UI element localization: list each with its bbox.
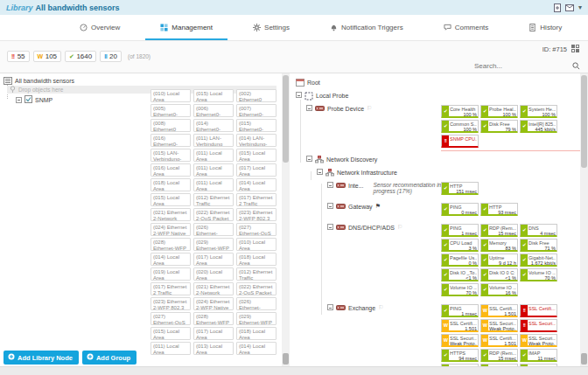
grid-item[interactable]: (021) Ethernet 2-Network bbox=[150, 208, 191, 221]
sensor-disk-io-0-c[interactable]: ✔Disk IO 0 C:<1 % bbox=[480, 268, 518, 281]
email-icon[interactable] bbox=[565, 4, 574, 11]
sensor-ssl-securi[interactable]: WSSL Securi...Weak Proto... bbox=[480, 319, 518, 332]
node-label[interactable]: Gateway bbox=[348, 203, 373, 211]
grid-item[interactable]: (027) Ethernet-QoS Packet bbox=[236, 223, 276, 236]
sensor-https[interactable]: ✔HTTPS94 msec bbox=[441, 349, 479, 362]
grid-item[interactable]: (022) Ethernet 2-QoS Packet bbox=[236, 282, 276, 295]
sensor-snmp-cpu[interactable]: !!SNMP CPU... bbox=[441, 135, 479, 148]
grid-item[interactable]: (024) Ethernet 2-WFP Native bbox=[193, 297, 234, 310]
grid-item[interactable]: (018) Local Area bbox=[236, 327, 276, 340]
add-library-node-button[interactable]: Add Library Node bbox=[4, 351, 79, 365]
node-label[interactable]: Inte... bbox=[348, 182, 364, 190]
grid-item[interactable]: (020) Local Area bbox=[193, 267, 234, 281]
grid-item[interactable]: (012) Ethernet Traffic bbox=[236, 267, 276, 281]
scrollbar-thumb[interactable] bbox=[581, 353, 587, 365]
grid-item[interactable]: (002) Ethernet0 Traffic bbox=[236, 89, 276, 102]
grid-item[interactable]: (008) Ethernet0 Traffic bbox=[150, 119, 191, 132]
qr-code-icon[interactable] bbox=[571, 45, 579, 54]
grid-item[interactable]: (019) Local Area bbox=[150, 267, 191, 281]
grid-item[interactable]: (024) Ethernet 2-WFP Native bbox=[150, 223, 191, 236]
grid-item[interactable]: (017) Ethernet 2 Traffic bbox=[236, 193, 276, 206]
caret-down-icon[interactable]: ▾ bbox=[578, 3, 582, 11]
grid-item[interactable]: (014) Local Area bbox=[150, 253, 191, 266]
sensor-disk-free[interactable]: ✔Disk Free79 % bbox=[480, 120, 518, 133]
grid-item[interactable]: (029) Ethernet-WFP Native bbox=[193, 238, 234, 251]
grid-item[interactable]: (014) Local Area bbox=[236, 342, 276, 355]
tab-history[interactable]: History bbox=[508, 15, 582, 40]
grid-item[interactable]: (023) Ethernet 2-WFP 802.3 bbox=[150, 297, 191, 310]
sensor-disk-free[interactable]: ✔Disk Free71 % bbox=[520, 239, 557, 252]
node-label[interactable]: Root bbox=[307, 79, 320, 87]
sensor-ssl-certifi[interactable]: WSSL Certifi...1,501 bbox=[441, 319, 479, 332]
grid-item[interactable]: (017) Local Area bbox=[193, 327, 234, 340]
sensor-rdp-rem[interactable]: ✔RDP (Rem...15 msec bbox=[480, 224, 518, 237]
flag-icon[interactable]: ⚑ bbox=[375, 203, 381, 210]
collapse-toggle[interactable] bbox=[317, 169, 323, 175]
collapse-toggle[interactable] bbox=[327, 203, 333, 209]
library-root-node[interactable]: All bandwidth sensors bbox=[4, 77, 278, 85]
flag-icon[interactable]: ⚐ bbox=[367, 105, 372, 112]
sensor-ping[interactable]: ✔PING1 msec bbox=[441, 224, 479, 237]
collapse-toggle[interactable] bbox=[327, 304, 333, 310]
sensor-volume-io[interactable]: ✔Volume IO ...70 % bbox=[520, 268, 557, 281]
sensor-ssl-securi[interactable]: WSSL Securi...Weak Proto... bbox=[520, 334, 557, 347]
add-group-button[interactable]: Add Group bbox=[82, 351, 136, 365]
tab-settings[interactable]: Settings bbox=[233, 15, 310, 40]
status-badge-paused[interactable]: II20 bbox=[100, 51, 122, 62]
grid-item[interactable]: (026) Ethernet-Network bbox=[236, 297, 276, 310]
grid-item[interactable]: (014) Local Area bbox=[236, 178, 276, 191]
sensor-ping[interactable]: ✔PING1 msec bbox=[441, 304, 479, 317]
grid-item[interactable]: (029) Ethernet-WFP Native bbox=[236, 312, 276, 325]
scrollbar-thumb[interactable] bbox=[283, 353, 289, 365]
grid-item[interactable]: (014) LAN-Verbindung-QoS bbox=[236, 134, 276, 147]
node-label[interactable]: Probe Device bbox=[327, 105, 364, 113]
sensor-cpu-load[interactable]: ✔CPU Load3 % bbox=[441, 239, 479, 252]
grid-item[interactable]: (026) Ethernet-Network bbox=[193, 223, 234, 236]
node-label[interactable]: Local Probe bbox=[316, 92, 348, 100]
sensor-ssl-certifi[interactable]: !!SSL Certifi... bbox=[520, 304, 557, 317]
grid-item[interactable]: (014) Ethernet0-WFP Native bbox=[193, 119, 234, 132]
collapse-toggle[interactable] bbox=[306, 105, 312, 111]
search-input[interactable] bbox=[472, 61, 572, 71]
sensor-memory[interactable]: ✔Memory83 % bbox=[480, 239, 518, 252]
grid-item[interactable]: (013) Local Area bbox=[193, 342, 234, 355]
sensor-ping[interactable]: ✔PING0 msec bbox=[441, 203, 479, 216]
grid-item[interactable]: (011) Local Area bbox=[193, 178, 234, 191]
tab-overview[interactable]: Overview bbox=[60, 15, 140, 40]
sensor-ssl-certifi[interactable]: WSSL Certifi...1,501 bbox=[480, 334, 518, 347]
library-node-snmp[interactable]: SNMP bbox=[16, 95, 52, 104]
search-icon[interactable] bbox=[572, 58, 580, 73]
node-label[interactable]: Network Infrastructure bbox=[337, 169, 397, 177]
grid-item[interactable]: (011) Local Area bbox=[150, 342, 191, 355]
scrollbar-thumb[interactable] bbox=[581, 75, 587, 168]
grid-item[interactable]: (017) Local Area bbox=[236, 163, 276, 177]
collapse-toggle[interactable] bbox=[327, 224, 333, 230]
grid-item[interactable]: (018) Local Area bbox=[236, 253, 276, 266]
report-icon[interactable] bbox=[554, 3, 561, 12]
sensor-common-s[interactable]: ✔Common S...100 % bbox=[441, 120, 479, 133]
right-panel-scrollbar[interactable] bbox=[580, 73, 588, 366]
flag-icon[interactable]: ⚐ bbox=[378, 304, 383, 311]
grid-item[interactable]: (017) Ethernet 2 Traffic bbox=[150, 282, 191, 295]
grid-item[interactable]: (018) Local Area bbox=[150, 178, 191, 191]
sensor-uptime[interactable]: ✔Uptime9 d 12 h bbox=[480, 253, 518, 267]
node-label[interactable]: Network Discovery bbox=[326, 156, 377, 163]
sensor-dns[interactable]: ✔DNS4 msec bbox=[520, 224, 557, 237]
grid-item[interactable]: (016) Ethernet0-WFP 802.3 bbox=[150, 134, 191, 147]
grid-item[interactable]: (028) Ethernet-WFP 802.3 bbox=[193, 312, 234, 325]
node-label[interactable]: DNS/DHCP/ADS bbox=[348, 224, 395, 232]
status-badge-up[interactable]: ✔1640 bbox=[65, 51, 96, 62]
tab-notification-triggers[interactable]: Notification Triggers bbox=[310, 15, 424, 40]
tab-comments[interactable]: Comments bbox=[424, 15, 509, 40]
grid-item[interactable]: (010) Local Area bbox=[236, 238, 276, 251]
grid-item[interactable]: (007) Ethernet0-WFP 802.3 bbox=[236, 104, 276, 117]
sensor-core-health[interactable]: ✔Core Health100 % bbox=[441, 105, 479, 118]
scrollbar-thumb[interactable] bbox=[283, 75, 289, 163]
left-panel-scrollbar[interactable] bbox=[282, 73, 290, 366]
sensor-system-he[interactable]: ✔System He...100 % bbox=[520, 105, 557, 118]
sensor-http[interactable]: ✔HTTP93 msec bbox=[480, 203, 518, 216]
sensor-http[interactable]: ✔HTTP151 msec bbox=[441, 182, 479, 195]
sensor-probe-heal[interactable]: ✔Probe Heal...100 % bbox=[480, 105, 518, 118]
grid-item[interactable]: (027) Ethernet-QoS Packet bbox=[150, 312, 191, 325]
sensor-ssl-securi[interactable]: WSSL Securi...Weak Proto... bbox=[441, 334, 479, 347]
